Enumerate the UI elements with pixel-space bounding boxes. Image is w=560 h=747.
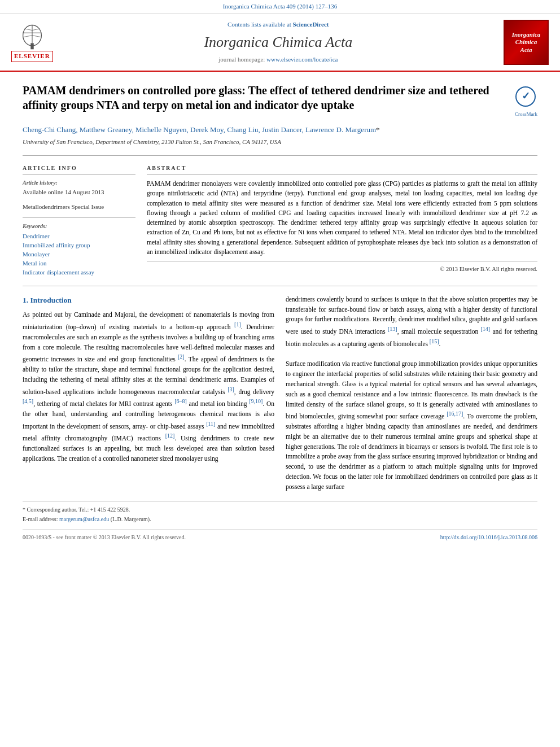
svg-line-7 [24,36,32,37]
banner-center: Contents lists available at ScienceDirec… [53,20,504,64]
abstract-panel: Abstract PAMAM dendrimer monolayers were… [147,164,537,277]
keyword-2: Immobilized affinity group [23,241,135,250]
intro-left-text: As pointed out by Caminade and Majoral, … [23,310,274,464]
science-direct-link[interactable]: ScienceDirect [293,21,329,28]
divider [23,155,537,156]
elsevier-logo: ELSEVIER [11,23,53,62]
doi-link[interactable]: http://dx.doi.org/10.1016/j.ica.2013.08.… [440,534,537,542]
footnote-email-link[interactable]: margerum@usfca.edu [59,516,109,522]
svg-line-5 [24,29,32,30]
intro-title: 1. Introduction [23,295,274,306]
abstract-text: PAMAM dendrimer monolayers were covalent… [147,179,537,257]
journal-homepage: journal homepage: www.elsevier.com/locat… [64,55,492,64]
elsevier-tree-icon [15,23,49,51]
intro-left: 1. Introduction As pointed out by Camina… [23,295,274,492]
journal-citation: Inorganica Chimica Acta 409 (2014) 127–1… [223,3,337,10]
keywords-list: Dendrimer Immobilized affinity group Mon… [23,232,135,277]
intro-right-text: dendrimers covalently bound to surfaces … [286,295,537,492]
authors: Cheng-Chi Chang, Matthew Greaney, Michel… [23,125,537,136]
article-info-abstract: Article Info Article history: Available … [23,164,537,277]
svg-text:✓: ✓ [522,90,530,102]
journal-banner: ELSEVIER Contents lists available at Sci… [0,14,560,72]
elsevier-brand: ELSEVIER [11,51,53,62]
svg-line-6 [32,29,40,30]
intro-right: dendrimers covalently bound to surfaces … [286,295,537,492]
svg-line-8 [32,36,41,37]
article-info-panel: Article Info Article history: Available … [23,164,135,277]
special-issue: Metallodendrimers Special Issue [23,203,135,212]
keyword-4: Metal ion [23,259,135,268]
intro-section: 1. Introduction As pointed out by Camina… [23,295,537,492]
crossmark-icon[interactable]: ✓ CrossMark [515,86,537,118]
article-info-header: Article Info [23,164,135,175]
section-divider [23,286,537,286]
copyright: © 2013 Elsevier B.V. All rights reserved… [147,261,537,273]
footnote-area: * Corresponding author. Tel.: +1 415 422… [23,501,537,524]
journal-thumbnail: InorganicaChimicaActa [504,20,549,65]
affiliation: University of San Francisco, Department … [23,138,537,147]
svg-rect-0 [30,43,33,49]
footnote-corresponding: * Corresponding author. Tel.: +1 415 422… [23,506,537,514]
footnote-email: E-mail address: margerum@usfca.edu (L.D.… [23,516,537,524]
contents-line: Contents lists available at ScienceDirec… [64,20,492,29]
keyword-3: Monolayer [23,250,135,259]
history-label: Article history: [23,179,135,187]
abstract-header: Abstract [147,164,537,175]
keyword-1: Dendrimer [23,232,135,241]
issn-line: 0020-1693/$ - see front matter © 2013 El… [23,534,186,542]
available-online: Available online 14 August 2013 [23,188,135,197]
keyword-5: Indicator displacement assay [23,268,135,277]
journal-header-bar: Inorganica Chimica Acta 409 (2014) 127–1… [0,0,560,14]
keywords-divider [23,217,135,218]
homepage-url[interactable]: www.elsevier.com/locate/ica [266,56,338,63]
journal-title: Inorganica Chimica Acta [64,32,492,53]
keywords-label: Keywords: [23,222,135,231]
article-title: PAMAM dendrimers on controlled pore glas… [23,83,509,112]
content-area: PAMAM dendrimers on controlled pore glas… [0,72,560,553]
bottom-bar: 0020-1693/$ - see front matter © 2013 El… [23,530,537,542]
